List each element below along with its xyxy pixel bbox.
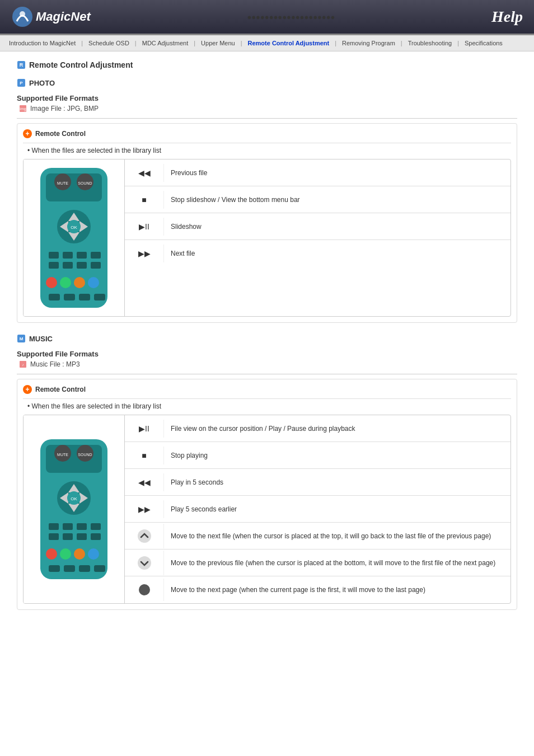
content: R Remote Control Adjustment P PHOTO Supp… xyxy=(0,51,534,628)
svg-rect-42 xyxy=(46,445,102,473)
photo-rc-header: + Remote Control xyxy=(23,129,511,138)
nav-item-upper[interactable]: Upper Menu xyxy=(198,39,238,48)
svg-rect-56 xyxy=(77,523,87,530)
photo-remote-svg: MUTE SOUND OK xyxy=(35,165,113,311)
photo-cmd-prev: ◀◀ Previous file xyxy=(125,159,510,186)
header: MagicNet ●●●●●●●●●●●●●●●●●●●● Help xyxy=(0,0,534,35)
svg-point-64 xyxy=(74,548,85,560)
music-down-icon xyxy=(125,551,164,575)
logo-area: MagicNet xyxy=(11,6,91,28)
rewind-icon: ◀◀ xyxy=(125,164,164,182)
svg-rect-21 xyxy=(49,252,59,259)
svg-rect-33 xyxy=(49,294,60,300)
svg-text:SOUND: SOUND xyxy=(78,181,92,185)
svg-text:MUTE: MUTE xyxy=(57,181,68,185)
music-icon: M xyxy=(17,334,26,343)
svg-rect-27 xyxy=(77,262,87,269)
svg-text:P: P xyxy=(20,81,23,86)
svg-rect-9 xyxy=(46,173,102,201)
photo-formats-title: Supported File Formats xyxy=(17,94,517,102)
photo-divider xyxy=(17,118,517,119)
music-remote-svg: MUTE SOUND OK xyxy=(35,425,113,593)
svg-text:img: img xyxy=(20,107,26,111)
music-circle-icon xyxy=(125,579,164,601)
svg-rect-36 xyxy=(94,294,105,300)
nav-item-intro[interactable]: Introduction to MagicNet xyxy=(6,39,79,48)
stop-icon: ■ xyxy=(125,191,164,209)
photo-file-formats: Supported File Formats img Image File : … xyxy=(17,94,517,112)
music-cmd-stop-text: Stop playing xyxy=(164,447,510,464)
logo-icon xyxy=(11,6,34,28)
svg-rect-28 xyxy=(91,262,101,269)
music-playpause-icon: ▶II xyxy=(125,420,164,438)
svg-text:OK: OK xyxy=(71,225,77,230)
svg-rect-23 xyxy=(77,252,87,259)
photo-cmd-stop-text: Stop slideshow / View the bottom menu ba… xyxy=(164,191,510,208)
photo-table: MUTE SOUND OK xyxy=(23,159,511,317)
nav-bar: Introduction to MagicNet | Schedule OSD … xyxy=(0,35,534,51)
svg-rect-69 xyxy=(94,565,105,572)
music-cmd-stop: ■ Stop playing xyxy=(125,442,510,469)
svg-rect-25 xyxy=(49,262,59,269)
music-rc-header: + Remote Control xyxy=(23,385,511,394)
nav-item-removing[interactable]: Removing Program xyxy=(339,39,399,48)
svg-point-63 xyxy=(60,548,71,560)
music-table: MUTE SOUND OK xyxy=(23,415,511,604)
music-remote-control: + Remote Control When the files are sele… xyxy=(17,379,517,610)
svg-rect-35 xyxy=(79,294,90,300)
svg-point-32 xyxy=(88,277,99,288)
photo-cmd-stop: ■ Stop slideshow / View the bottom menu … xyxy=(125,186,510,213)
music-cmd-prev-file-text: Move to the previous file (when the curs… xyxy=(164,555,510,571)
photo-rc-label: Remote Control xyxy=(35,130,86,138)
photo-cmd-next: ▶▶ Next file xyxy=(125,240,510,267)
photo-cmd-play-text: Slideshow xyxy=(164,218,510,235)
music-remote-image: MUTE SOUND OK xyxy=(24,415,124,603)
dot: ●●●●●●●●●●●●●●●●●●●● xyxy=(247,13,335,21)
photo-formats-icon: img xyxy=(19,105,27,112)
music-formats-detail: ♪ Music File : MP3 xyxy=(17,360,517,368)
svg-rect-55 xyxy=(63,523,73,530)
music-rc-bullet: When the files are selected in the libra… xyxy=(23,402,511,410)
music-formats-text: Music File : MP3 xyxy=(30,360,80,368)
svg-rect-54 xyxy=(49,523,59,530)
nav-item-troubleshoot[interactable]: Troubleshooting xyxy=(405,39,455,48)
music-cmd-rewind-text: Play in 5 seconds xyxy=(164,474,510,491)
music-cmd-next-page: Move to the next page (when the current … xyxy=(125,576,510,603)
svg-point-29 xyxy=(46,277,57,288)
nav-item-mdc[interactable]: MDC Adjustment xyxy=(139,39,192,48)
svg-rect-59 xyxy=(63,533,73,540)
music-cmd-forward: ▶▶ Play 5 seconds earlier xyxy=(125,496,510,523)
svg-point-62 xyxy=(46,548,57,560)
fastforward-icon: ▶▶ xyxy=(125,245,164,262)
svg-text:OK: OK xyxy=(71,496,77,501)
svg-point-31 xyxy=(74,277,85,288)
photo-rc-plus-icon: + xyxy=(23,129,32,138)
music-cmd-forward-text: Play 5 seconds earlier xyxy=(164,501,510,518)
svg-rect-57 xyxy=(91,523,101,530)
logo-text: MagicNet xyxy=(36,10,91,24)
svg-rect-22 xyxy=(63,252,73,259)
music-title: MUSIC xyxy=(29,335,53,343)
header-right: Help xyxy=(491,8,523,26)
photo-title: PHOTO xyxy=(29,79,55,87)
svg-rect-60 xyxy=(77,533,87,540)
svg-text:SOUND: SOUND xyxy=(78,453,92,457)
music-section-title: M MUSIC xyxy=(17,334,517,343)
photo-cmd-play: ▶II Slideshow xyxy=(125,213,510,240)
nav-item-specs[interactable]: Specifications xyxy=(461,39,506,48)
nav-item-schedule[interactable]: Schedule OSD xyxy=(85,39,133,48)
photo-rc-bullet: When the files are selected in the libra… xyxy=(23,147,511,154)
svg-rect-61 xyxy=(91,533,101,540)
svg-rect-68 xyxy=(79,565,90,572)
svg-point-65 xyxy=(88,548,99,560)
svg-text:M: M xyxy=(20,336,24,341)
nav-item-remote[interactable]: Remote Control Adjustment xyxy=(245,39,333,48)
music-rc-plus-icon: + xyxy=(23,385,32,394)
svg-point-30 xyxy=(60,277,71,288)
chevron-up-icon xyxy=(137,528,152,544)
music-rc-label: Remote Control xyxy=(35,386,86,393)
svg-rect-70 xyxy=(138,529,151,543)
playpause-icon: ▶II xyxy=(125,218,164,236)
svg-rect-24 xyxy=(91,252,101,259)
music-cmd-fileview-text: File view on the cursor position / Play … xyxy=(164,420,510,437)
